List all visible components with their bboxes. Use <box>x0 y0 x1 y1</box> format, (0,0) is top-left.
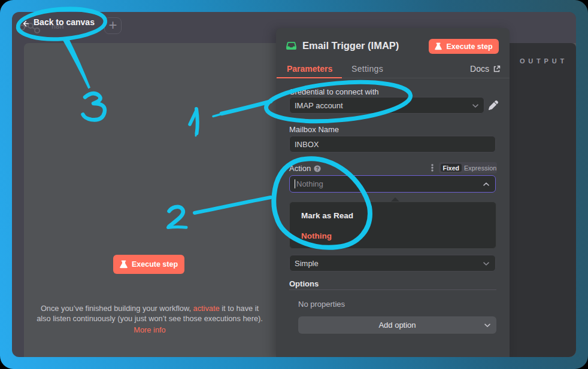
svg-text:?: ? <box>316 166 319 172</box>
